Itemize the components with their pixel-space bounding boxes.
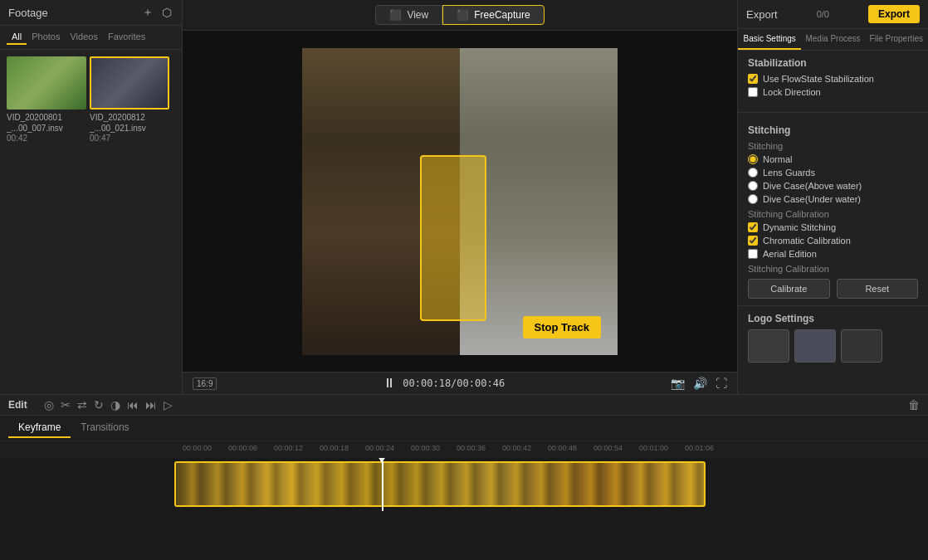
flowstate-checkbox[interactable] xyxy=(748,74,758,84)
play-pause-button[interactable]: ⏸ xyxy=(383,376,396,391)
export-label: Export xyxy=(746,8,778,21)
view-icon: ⬛ xyxy=(389,9,402,21)
footage-thumbnail-selected xyxy=(90,56,169,110)
dive-under-radio[interactable] xyxy=(748,194,758,204)
reset-button[interactable]: Reset xyxy=(837,279,919,299)
normal-label: Normal xyxy=(763,154,792,164)
normal-radio-row: Normal xyxy=(748,154,918,164)
tab-favorites[interactable]: Favorites xyxy=(103,30,150,45)
export-button[interactable]: Export xyxy=(868,5,920,23)
playback-controls: ⏸ 00:00:18/00:00:46 xyxy=(383,376,505,391)
ruler-mark-7: 00:00:42 xyxy=(502,444,531,452)
stitching-title: Stitching xyxy=(748,124,918,136)
prev-frame-icon[interactable]: ⏮ xyxy=(127,398,139,411)
stitching-calibration-title: Stitching Calibration xyxy=(748,209,918,219)
loop-icon[interactable]: ↻ xyxy=(94,398,104,411)
ruler-mark-9: 00:00:54 xyxy=(593,444,623,452)
tab-transitions[interactable]: Transitions xyxy=(71,418,139,438)
dive-above-row: Dive Case(Above water) xyxy=(748,181,918,191)
logo-settings-title: Logo Settings xyxy=(748,313,918,324)
lock-direction-label: Lock Direction xyxy=(763,87,821,97)
tab-photos[interactable]: Photos xyxy=(27,30,65,45)
lens-guards-row: Lens Guards xyxy=(748,168,918,178)
logo-thumbs xyxy=(748,329,918,363)
ruler-mark-5: 00:00:30 xyxy=(411,444,440,452)
footage-tabs: All Photos Videos Favorites xyxy=(0,26,182,50)
ruler-mark-0: 00:00:00 xyxy=(183,444,212,452)
freecapture-icon: ⬛ xyxy=(457,9,469,21)
edit-toolbar: Edit ◎ ✂ ⇄ ↻ ◑ ⏮ ⏭ ▷ 🗑 xyxy=(0,395,928,416)
lock-direction-checkbox[interactable] xyxy=(748,87,758,97)
center-panel: ⬛ View ⬛ FreeCapture Stop Track 16:9 ⏸ 0… xyxy=(183,0,737,394)
list-item[interactable]: VID_20200812_...00_021.insv 00:47 xyxy=(90,56,169,143)
dynamic-stitching-checkbox[interactable] xyxy=(748,222,758,232)
view-label: View xyxy=(407,9,428,21)
fullscreen-icon[interactable]: ⛶ xyxy=(716,377,727,390)
chromatic-checkbox[interactable] xyxy=(748,236,758,246)
stitching-calibration-title2: Stitching Calibration xyxy=(748,264,918,274)
right-panel: Export 0/0 Export Basic Settings Media P… xyxy=(737,0,928,394)
view-button[interactable]: ⬛ View xyxy=(375,5,442,25)
footage-thumbnail xyxy=(7,56,86,110)
logo-thumb-2[interactable] xyxy=(794,329,836,363)
footage-grid: VID_20200801_...00_007.insv 00:42 VID_20… xyxy=(0,50,182,149)
camera-icon[interactable]: 📷 xyxy=(671,377,685,390)
extra-icon[interactable]: ▷ xyxy=(164,398,173,411)
add-footage-button[interactable]: ＋ xyxy=(140,5,155,20)
dive-above-radio[interactable] xyxy=(748,181,758,191)
timeline-ruler: 00:00:00 00:00:06 00:00:12 00:00:18 00:0… xyxy=(0,441,928,458)
edit-label: Edit xyxy=(8,399,27,411)
freecapture-button[interactable]: ⬛ FreeCapture xyxy=(442,5,544,25)
tab-file-properties[interactable]: File Properties xyxy=(865,29,928,50)
footage-settings-button[interactable]: ⬡ xyxy=(160,5,173,20)
flowstate-label: Use FlowState Stabilization xyxy=(763,74,874,84)
list-item[interactable]: VID_20200801_...00_007.insv 00:42 xyxy=(7,56,86,143)
speed-icon[interactable]: ◑ xyxy=(110,398,120,411)
tab-media-process[interactable]: Media Process xyxy=(801,29,864,50)
dynamic-stitching-row: Dynamic Stitching xyxy=(748,222,918,232)
tab-keyframe[interactable]: Keyframe xyxy=(8,418,71,438)
trash-icon[interactable]: 🗑 xyxy=(908,398,920,411)
next-frame-icon[interactable]: ⏭ xyxy=(145,398,157,411)
tab-basic-settings[interactable]: Basic Settings xyxy=(738,29,801,50)
dynamic-stitching-label: Dynamic Stitching xyxy=(763,222,836,232)
logo-thumb-1[interactable] xyxy=(748,329,789,363)
track-highlight xyxy=(420,155,486,321)
chromatic-row: Chromatic Calibration xyxy=(748,236,918,246)
keyframe-icon[interactable]: ◎ xyxy=(44,398,54,411)
track-clip[interactable] xyxy=(174,461,706,507)
stitching-subtitle: Stitching xyxy=(748,141,918,151)
footage-name: VID_20200801_...00_007.insv xyxy=(7,112,86,134)
cut-icon[interactable]: ✂ xyxy=(61,398,71,411)
stitching-section: Stitching Stitching Normal Lens Guards D… xyxy=(738,118,928,305)
preview-controls: 16:9 ⏸ 00:00:18/00:00:46 📷 🔊 ⛶ xyxy=(183,372,737,394)
normal-radio[interactable] xyxy=(748,154,758,164)
tab-all[interactable]: All xyxy=(7,30,27,45)
flowstate-row: Use FlowState Stabilization xyxy=(748,74,918,84)
edit-icons: ◎ ✂ ⇄ ↻ ◑ ⏮ ⏭ ▷ xyxy=(44,398,173,411)
timecode: 00:00:18/00:00:46 xyxy=(403,377,505,389)
stop-track-button[interactable]: Stop Track xyxy=(523,316,601,338)
split-icon[interactable]: ⇄ xyxy=(77,398,87,411)
stabilization-title: Stabilization xyxy=(748,57,918,69)
lens-guards-radio[interactable] xyxy=(748,168,758,178)
aerial-checkbox[interactable] xyxy=(748,249,758,259)
footage-panel: Footage ＋ ⬡ All Photos Videos Favorites … xyxy=(0,0,183,394)
ruler-marks: 00:00:00 00:00:06 00:00:12 00:00:18 00:0… xyxy=(8,444,920,455)
calibrate-button[interactable]: Calibrate xyxy=(748,279,830,299)
aerial-label: Aerial Edition xyxy=(763,249,817,259)
chromatic-label: Chromatic Calibration xyxy=(763,236,851,246)
footage-header: Footage ＋ ⬡ xyxy=(0,0,182,26)
footage-duration: 00:42 xyxy=(7,134,86,143)
playhead-triangle xyxy=(378,458,386,463)
tab-videos[interactable]: Videos xyxy=(65,30,102,45)
logo-settings-section: Logo Settings xyxy=(738,305,928,369)
dive-under-row: Dive Case(Under water) xyxy=(748,194,918,204)
volume-icon[interactable]: 🔊 xyxy=(693,377,707,390)
preview-container: Stop Track xyxy=(183,31,737,372)
freecapture-label: FreeCapture xyxy=(474,9,530,21)
ruler-mark-3: 00:00:18 xyxy=(320,444,349,452)
calibrate-row: Calibrate Reset xyxy=(748,279,918,299)
aerial-row: Aerial Edition xyxy=(748,249,918,259)
logo-thumb-3[interactable] xyxy=(841,329,882,363)
